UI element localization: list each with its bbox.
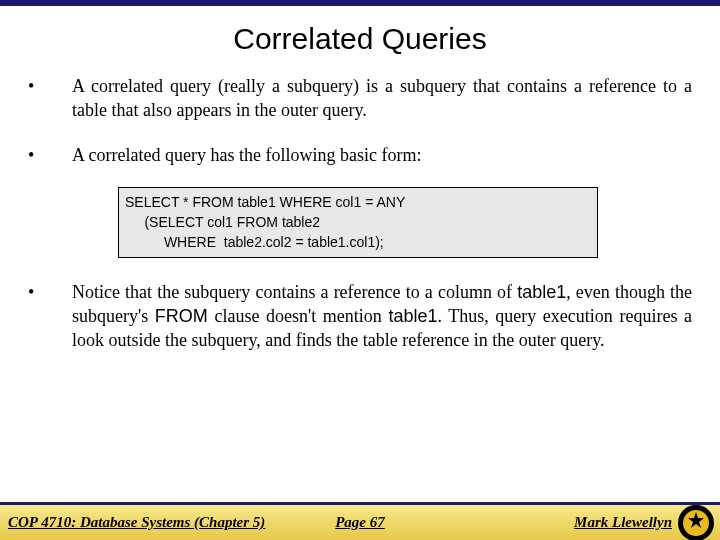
footer-author: Mark Llewellyn [574, 514, 672, 531]
footer-bar: COP 4710: Database Systems (Chapter 5) P… [0, 505, 720, 540]
code-inline: table1 [388, 306, 437, 326]
slide-title: Correlated Queries [0, 22, 720, 56]
bullet-text: Notice that the subquery contains a refe… [72, 280, 692, 353]
bullet-item: • A correlated query has the following b… [28, 143, 692, 167]
footer: COP 4710: Database Systems (Chapter 5) P… [0, 502, 720, 540]
code-inline: FROM [155, 306, 208, 326]
bullet-marker: • [28, 143, 72, 167]
text-part: Notice that the subquery contains a refe… [72, 282, 517, 302]
top-border-bar [0, 0, 720, 6]
bullet-marker: • [28, 74, 72, 123]
footer-page: Page 67 [335, 514, 385, 531]
code-inline: table1 [517, 282, 566, 302]
code-block: SELECT * FROM table1 WHERE col1 = ANY (S… [118, 187, 598, 258]
bullet-text: A correlated query has the following bas… [72, 143, 692, 167]
text-part: clause doesn't mention [208, 306, 389, 326]
bullet-text: A correlated query (really a subquery) i… [72, 74, 692, 123]
footer-course: COP 4710: Database Systems (Chapter 5) [0, 514, 265, 531]
slide-content: • A correlated query (really a subquery)… [0, 74, 720, 353]
ucf-logo-icon [676, 503, 716, 540]
bullet-item: • A correlated query (really a subquery)… [28, 74, 692, 123]
bullet-marker: • [28, 280, 72, 353]
bullet-item: • Notice that the subquery contains a re… [28, 280, 692, 353]
